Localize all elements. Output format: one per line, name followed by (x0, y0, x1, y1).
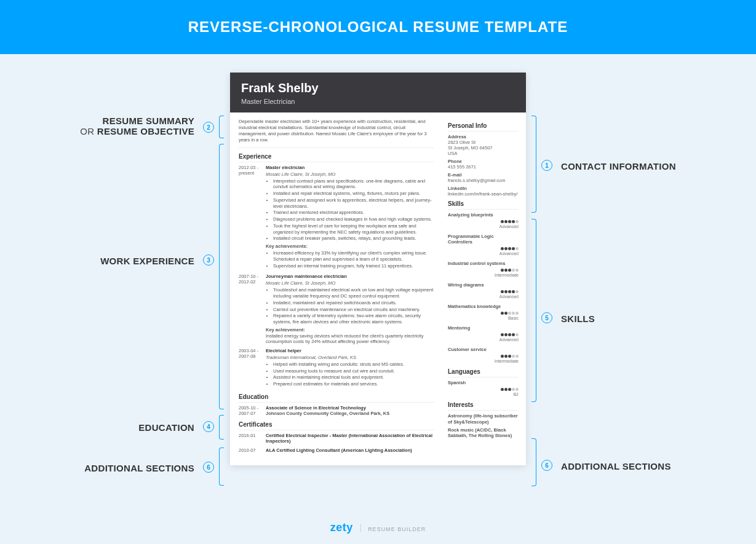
label-additional-left: ADDITIONAL SECTIONS (71, 463, 194, 473)
label-skills: SKILLS (561, 313, 595, 324)
badge-1: 1 (541, 160, 552, 171)
skill-row: Wiring diagramsAdvanced (448, 282, 519, 299)
lang-row: SpanishB2 (448, 380, 519, 396)
bracket-summary (219, 116, 224, 138)
label-summary: RESUME SUMMARY OR RESUME OBJECTIVE (71, 116, 194, 136)
skill-row: MentoringAdvanced (448, 325, 519, 342)
interest-item: Astronomy (life-long subscriber of Sky&T… (448, 413, 519, 425)
skill-row: Customer serviceIntermediate (448, 347, 519, 363)
bracket-skills (531, 219, 536, 402)
section-skills-title: Skills (448, 200, 519, 210)
footer-separator (360, 524, 361, 532)
cert-row: 2010-07ALA Certified Lighting Consultant… (239, 447, 434, 453)
resume-main: Dependable master electrician with 10+ y… (230, 112, 443, 465)
skill-row: Mathematics knowledgeBasic (448, 304, 519, 320)
cert-row: 2016-01Certified Electrical Inspector - … (239, 433, 434, 444)
badge-6-left: 6 (203, 462, 214, 473)
job-row: 2007-10 - 2012-02Journeyman maintenance … (239, 274, 434, 344)
section-interests-title: Interests (448, 401, 519, 411)
interests-container: Astronomy (life-long subscriber of Sky&T… (448, 413, 519, 439)
resume-body: Dependable master electrician with 10+ y… (230, 112, 526, 465)
label-experience: WORK EXPERIENCE (71, 256, 194, 266)
job-row: 2003-04 - 2007-08Electrical helperTrades… (239, 348, 434, 388)
footer-sub: RESUME BUILDER (368, 526, 426, 532)
resume-sidebar: Personal Info Address 2823 Olive St St J… (443, 112, 526, 465)
section-personal-title: Personal Info (448, 122, 519, 132)
badge-4: 4 (203, 421, 214, 432)
label-contact: CONTACT INFORMATION (561, 161, 676, 171)
resume-summary: Dependable master electrician with 10+ y… (239, 119, 434, 148)
diagram-canvas: RESUME SUMMARY OR RESUME OBJECTIVE 2 WOR… (0, 54, 756, 515)
skills-container: Analyzing blueprintsAdvancedProgrammable… (448, 212, 519, 363)
badge-3: 3 (203, 254, 214, 266)
certs-container: 2016-01Certified Electrical Inspector - … (239, 433, 434, 453)
bracket-additional-left (219, 447, 224, 486)
badge-5: 5 (541, 312, 552, 323)
interest-item: Rock music (AC/DC, Black Sabbath, The Ro… (448, 427, 519, 440)
section-languages-title: Languages (448, 368, 519, 377)
education-school: Johnson County Community College, Overla… (266, 411, 434, 416)
education-dates: 2005-10 - 2007-07 (239, 405, 266, 416)
footer: zety RESUME BUILDER (0, 515, 756, 544)
bracket-experience (219, 144, 224, 409)
education-degree: Associate of Science in Electrical Techn… (266, 405, 434, 411)
resume-header: Frank Shelby Master Electrician (230, 73, 526, 112)
section-education-title: Education (239, 393, 434, 403)
resume-document: Frank Shelby Master Electrician Dependab… (230, 73, 526, 465)
bracket-additional-right (531, 438, 536, 486)
label-education: EDUCATION (71, 422, 194, 433)
jobs-container: 2012-03 - presentMaster electricianMosai… (239, 165, 434, 388)
education-row: 2005-10 - 2007-07 Associate of Science i… (239, 405, 434, 416)
skill-row: Industrial control systemsIntermediate (448, 261, 519, 277)
job-row: 2012-03 - presentMaster electricianMosai… (239, 165, 434, 270)
resume-name: Frank Shelby (241, 81, 515, 95)
resume-role: Master Electrician (241, 98, 515, 105)
skill-row: Programmable Logic ControllersAdvanced (448, 234, 519, 256)
bracket-education (219, 415, 224, 440)
banner-title: REVERSE-CHRONOLOGICAL RESUME TEMPLATE (188, 18, 568, 36)
label-additional-right: ADDITIONAL SECTIONS (561, 461, 671, 471)
languages-container: SpanishB2 (448, 380, 519, 396)
skill-row: Analyzing blueprintsAdvanced (448, 212, 519, 229)
section-certificates-title: Certificates (239, 421, 434, 430)
banner: REVERSE-CHRONOLOGICAL RESUME TEMPLATE (0, 0, 756, 54)
footer-brand: zety (330, 521, 353, 534)
badge-2: 2 (203, 122, 214, 133)
bracket-contact (531, 116, 536, 213)
badge-6-right: 6 (541, 460, 552, 471)
section-experience-title: Experience (239, 153, 434, 162)
